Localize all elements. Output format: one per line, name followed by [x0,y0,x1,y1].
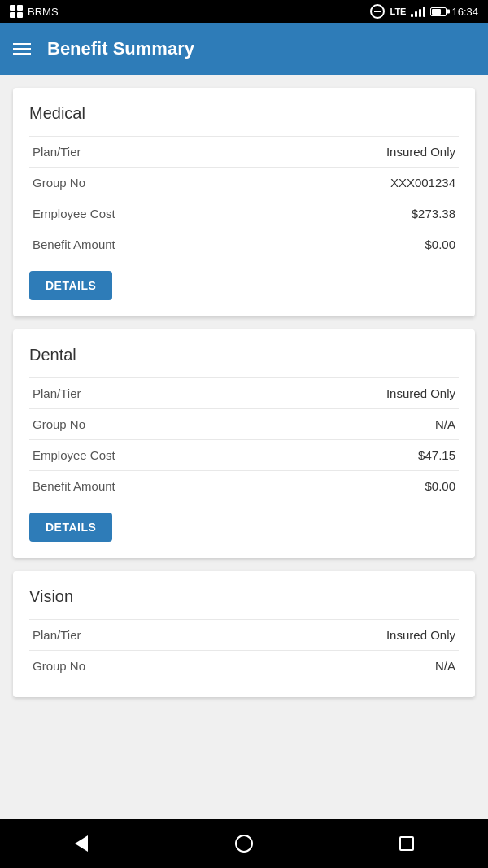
time-label: 16:34 [451,6,478,18]
back-button[interactable] [65,827,98,860]
dental-employee-cost-label: Employee Cost [33,448,115,462]
back-icon [75,835,88,852]
battery-fill [432,9,440,15]
vision-plan-tier-label: Plan/Tier [33,628,81,642]
medical-employee-cost-label: Employee Cost [33,207,115,220]
dental-employee-cost-value: $47.15 [418,448,455,462]
medical-title: Medical [29,104,459,123]
signal-bars [411,6,425,17]
vision-group-no-value: N/A [435,659,455,673]
grid-icon [10,5,23,18]
status-left: BRMS [10,5,59,18]
dnd-icon [370,4,385,19]
medical-card: Medical Plan/Tier Insured Only Group No … [13,88,475,316]
medical-group-no-value: XXX001234 [390,176,455,190]
hamburger-menu-icon[interactable] [13,43,31,55]
vision-group-no-row: Group No N/A [29,650,459,681]
medical-plan-tier-row: Plan/Tier Insured Only [29,136,459,167]
dental-plan-tier-label: Plan/Tier [33,386,81,400]
signal-bar-1 [411,14,413,17]
home-button[interactable] [228,827,260,860]
medical-employee-cost-value: $273.38 [412,207,455,220]
app-bar: Benefit Summary [0,23,488,75]
vision-card: Vision Plan/Tier Insured Only Group No N… [13,571,475,697]
dental-plan-tier-row: Plan/Tier Insured Only [29,377,459,408]
lte-label: LTE [390,7,406,16]
battery-icon [430,7,447,16]
signal-bar-2 [415,11,417,17]
battery-body [430,7,447,16]
app-icon: BRMS [10,5,59,18]
medical-details-button[interactable]: DETAILS [29,271,112,300]
medical-benefit-amount-value: $0.00 [425,238,455,251]
app-name-label: BRMS [28,6,59,18]
dental-group-no-label: Group No [33,417,85,431]
vision-title: Vision [29,587,459,606]
home-icon [235,835,253,853]
medical-benefit-amount-row: Benefit Amount $0.00 [29,229,459,260]
medical-plan-tier-label: Plan/Tier [33,145,81,159]
signal-bar-3 [419,9,421,17]
dental-card: Dental Plan/Tier Insured Only Group No N… [13,329,475,558]
medical-group-no-label: Group No [33,176,85,190]
medical-group-no-row: Group No XXX001234 [29,167,459,198]
recent-apps-button[interactable] [390,827,423,860]
main-content: Medical Plan/Tier Insured Only Group No … [0,75,488,819]
medical-plan-tier-value: Insured Only [386,145,455,159]
dental-plan-tier-value: Insured Only [386,386,455,400]
vision-plan-tier-row: Plan/Tier Insured Only [29,619,459,650]
bottom-nav [0,819,488,868]
vision-group-no-label: Group No [33,659,85,673]
status-bar: BRMS LTE 16:34 [0,0,488,23]
dental-benefit-amount-value: $0.00 [425,479,455,493]
dental-employee-cost-row: Employee Cost $47.15 [29,439,459,470]
medical-benefit-amount-label: Benefit Amount [33,238,115,251]
signal-bar-4 [423,7,425,17]
medical-employee-cost-row: Employee Cost $273.38 [29,198,459,229]
dental-group-no-row: Group No N/A [29,408,459,439]
dental-benefit-amount-row: Benefit Amount $0.00 [29,470,459,501]
dental-benefit-amount-label: Benefit Amount [33,479,115,493]
status-right: LTE 16:34 [370,4,478,19]
vision-plan-tier-value: Insured Only [386,628,455,642]
dental-title: Dental [29,346,459,364]
page-title: Benefit Summary [47,38,194,59]
dental-details-button[interactable]: DETAILS [29,513,112,542]
recent-icon [399,836,414,851]
dental-group-no-value: N/A [435,417,455,431]
